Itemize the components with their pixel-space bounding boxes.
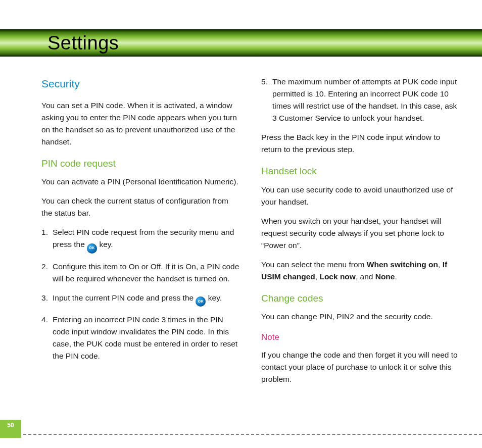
pin-step-3: Input the current PIN code and press the… <box>41 292 241 307</box>
content-area: Security You can set a PIN code. When it… <box>41 76 461 404</box>
pin-step-4: Entering an incorrect PIN code 3 times i… <box>41 314 241 362</box>
back-key-note: Press the Back key in the PIN code input… <box>261 131 461 156</box>
step-text: key. <box>208 293 222 302</box>
handset-p1: You can use security code to avoid unaut… <box>261 184 461 208</box>
heading-handset-lock: Handset lock <box>261 164 461 178</box>
title-accent-block <box>0 29 41 57</box>
bold: When switching on <box>367 260 438 269</box>
bold: None <box>375 272 395 281</box>
heading-pin-request: PIN code request <box>41 156 241 171</box>
footer-dashed-rule <box>23 434 482 435</box>
pin-step-5: The maximum number of attempts at PUK co… <box>261 76 461 124</box>
page-title: Settings <box>41 32 119 54</box>
ok-key-icon: OK <box>87 243 97 254</box>
footer-accent-stripe <box>0 431 21 438</box>
pin-steps-continued: The maximum number of attempts at PUK co… <box>261 76 461 124</box>
page: Settings Security You can set a PIN code… <box>0 0 482 448</box>
pin-steps-list: Select PIN code request from the securit… <box>41 226 241 362</box>
page-number-tab: 50 <box>0 420 21 431</box>
pin-step-1: Select PIN code request from the securit… <box>41 226 241 253</box>
right-column: The maximum number of attempts at PUK co… <box>261 76 461 404</box>
text: . <box>395 272 397 281</box>
bold: Lock now <box>319 272 355 281</box>
change-codes-p: You can change PIN, PIN2 and the securit… <box>261 311 461 323</box>
pin-p1: You can activate a PIN (Personal Identif… <box>41 176 241 188</box>
security-intro: You can set a PIN code. When it is activ… <box>41 99 241 148</box>
title-band: Settings <box>0 29 482 57</box>
pin-step-2: Configure this item to On or Off. If it … <box>41 261 241 285</box>
text: You can select the menu from <box>261 260 367 269</box>
step-text: key. <box>99 240 113 248</box>
heading-security: Security <box>41 76 241 92</box>
text: , and <box>356 272 375 281</box>
heading-note: Note <box>261 331 461 344</box>
note-p: If you change the code and then forget i… <box>261 349 461 385</box>
handset-p2: When you switch on your handset, your ha… <box>261 215 461 252</box>
left-column: Security You can set a PIN code. When it… <box>41 76 241 404</box>
pin-p2: You can check the current status of conf… <box>41 195 241 219</box>
step-text: Input the current PIN code and press the <box>53 293 196 302</box>
heading-change-codes: Change codes <box>261 291 461 306</box>
step-text: Select PIN code request from the securit… <box>53 228 234 248</box>
ok-key-icon: OK <box>196 296 206 307</box>
handset-p3: You can select the menu from When switch… <box>261 259 461 283</box>
text: , <box>438 260 443 269</box>
